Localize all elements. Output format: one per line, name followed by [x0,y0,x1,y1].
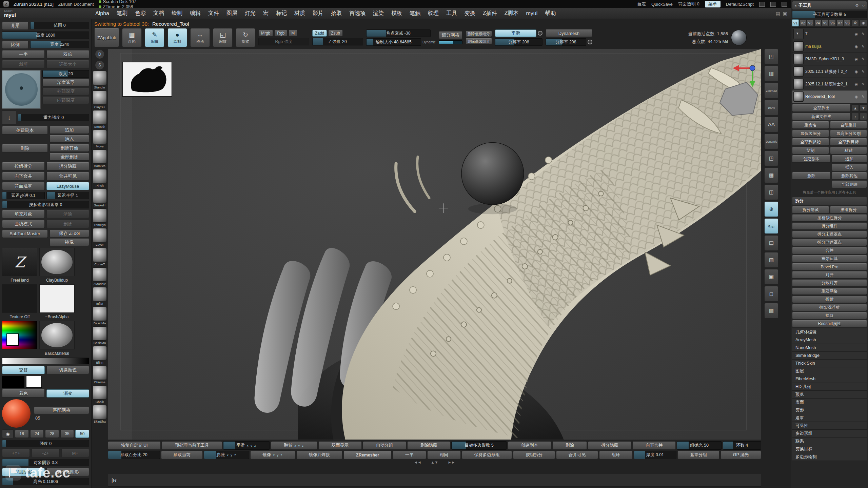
bottom-shelf-button[interactable]: 平滑x y z [223,441,270,450]
bottom-shelf-button[interactable]: 膨胀x y z [204,451,249,459]
menu-item[interactable]: 笔触 [406,8,424,19]
half-button[interactable]: 一半 [2,50,45,59]
dynamesh-toggle-icon[interactable] [588,40,592,44]
viewport-canvas[interactable] [108,49,761,440]
menu-item[interactable]: 宏 [259,8,272,19]
disabled-axis-button[interactable]: -Z+ [32,449,59,457]
switch-color-button[interactable]: 切换颜色 [46,366,89,374]
split-list-button[interactable]: Redshift属性 [792,320,867,327]
size-preset-button[interactable]: 50 [75,430,89,438]
gear-icon[interactable]: ⚙ [855,3,859,8]
bottom-shelf-button[interactable]: 保持多边形组x y z [462,451,512,459]
viewport-toggle-button[interactable]: ◫ [764,184,778,200]
brush-slot[interactable]: ZModele [93,267,107,286]
move-down-icon[interactable]: ▼ [860,104,867,111]
duplicate-button[interactable]: 创建副本 [2,126,48,135]
brush-slot[interactable]: DamSta [93,149,107,168]
quick-toggle-button[interactable]: S [95,60,104,70]
inner-depth-button[interactable]: 内部深度 [42,97,89,104]
brush-slot[interactable]: Smooth [93,110,107,128]
view-slot-button[interactable]: V2 [800,19,806,26]
bottom-shelf-button[interactable]: GP 抛光x y z [721,451,761,459]
insert-button[interactable]: 插入 [50,135,89,143]
palette-section-row[interactable]: FiberMesh [792,375,867,383]
menu-toggle-button[interactable]: 菜单 [705,1,721,7]
menu-item[interactable]: 拾取 [327,8,346,19]
view-slot-button[interactable]: V8 [844,19,851,26]
view-slot-button[interactable]: V3 [807,19,814,26]
brush-slot[interactable]: SnakeH [93,189,107,207]
sdiv-level-slider[interactable] [439,40,462,44]
menu-item[interactable]: Z脚本 [501,8,522,19]
split-list-button[interactable]: Bevel Pro [792,263,867,270]
polypaint-brush-icon[interactable]: ✎ [861,82,866,86]
smooth-toggle-icon[interactable] [538,31,542,36]
menu-item[interactable]: 标记 [272,8,291,19]
bottom-shelf-button[interactable]: 删除x y z [552,441,587,450]
bottom-shelf-button[interactable]: 镜像并焊接x y z [296,451,342,459]
viewport-toggle-button[interactable]: ▣ [764,269,778,285]
bottom-shelf-button[interactable]: 合并可见x y z [556,451,598,459]
subtool-row[interactable]: Recovered_Tool ◉ ✎ [792,90,867,103]
brush-slot[interactable]: BasicMa [93,307,107,325]
palette-section-row[interactable]: 联系 [792,438,867,445]
split-section-header[interactable]: 拆分 [792,197,867,205]
view-slot-button[interactable]: V1 [792,19,799,26]
bottom-shelf-button[interactable]: 镜像x y z [250,451,295,459]
user-name[interactable]: myui [4,13,92,18]
polypaint-brush-icon[interactable]: ✎ [861,32,866,36]
edit-mode-button[interactable]: ✎ 编辑 [145,28,164,47]
menu-item[interactable]: 编辑 [186,8,204,19]
merge-down-button[interactable]: 向下合并 [2,172,45,180]
subtool-row[interactable]: ma kuijia ◉ ✎ [792,40,867,53]
brush-slot[interactable]: Layer [93,228,107,246]
subtool-row[interactable]: 2025.12.1 贴膜骑士2_4 ◉ ✎ [792,65,867,78]
polypaint-brush-icon[interactable]: ✎ [861,69,866,74]
bottom-shelf-button[interactable]: 翻转x y z [271,441,317,450]
current-material-sphere-icon[interactable] [731,30,747,45]
mask-by-polygroup-slider[interactable]: 按多边形组遮罩 0 [2,201,89,208]
list-all-button[interactable]: 全部列出 [792,104,851,112]
canvas-pager-control[interactable]: ◄◄ [414,460,421,464]
subtool-delete-button[interactable]: 删除 [792,172,831,180]
gradient-button[interactable]: 渐变 [46,389,89,398]
visibility-eye-icon[interactable]: ◉ [854,95,859,99]
menu-item[interactable]: myui [522,8,541,19]
fill-object-button[interactable]: 填充对象 [2,210,45,218]
visibility-eye-icon[interactable]: ◉ [854,82,859,86]
all-to-start-button[interactable]: 全部到起始 [792,138,829,146]
bottom-shelf-button[interactable]: 恢复自定义 UIx y z [108,441,161,450]
paste-button[interactable]: 粘贴 [830,147,867,154]
split-list-button[interactable]: 提取 [792,312,867,319]
palette-section-row[interactable]: 变形 [792,406,867,414]
range-slider[interactable]: 范围 0 [30,22,89,29]
viewport-toggle-button[interactable]: Gxyz [764,218,778,234]
highest-sdiv-button[interactable]: 最高细分级别 [830,130,867,137]
palette-section-row[interactable]: 多边形组 [792,430,867,438]
rgb-intensity-slider[interactable]: Rgb 强度 [258,38,309,45]
doc-height-slider[interactable]: 高度 1680 [2,32,89,39]
visibility-eye-icon[interactable]: ◉ [854,69,859,74]
rotate-mode-button[interactable]: ↻ 旋转 [236,28,255,47]
imbed-slider[interactable]: 嵌入 20 [42,70,89,78]
split-list-button[interactable]: 拆分未遮罩点 [792,231,867,238]
split-list-button[interactable]: 投射 [792,296,867,303]
lazy-radius-slider[interactable]: 延迟半径 1 [46,192,89,199]
menu-item[interactable]: 影片 [309,8,327,19]
viewport-toggle-button[interactable]: Dynamic [764,134,778,149]
size-preset-button[interactable]: 18 [15,430,29,438]
menu-item[interactable]: 工具 [442,8,461,19]
menu-item[interactable]: 文件 [204,8,223,19]
brush-slot[interactable]: TrimDyn [93,208,107,227]
bottom-shelf-button[interactable]: 相同x y z [427,451,461,459]
size-preset-button[interactable]: 35 [60,430,74,438]
rename-button[interactable]: 重命名 [792,121,829,129]
customize-label[interactable]: 自定 [637,1,646,7]
visibility-eye-icon[interactable]: ◉ [854,32,859,36]
move-mode-button[interactable]: ↔ 移动 [190,28,210,47]
polypaint-brush-icon[interactable]: ✎ [861,95,866,99]
brush-slot[interactable]: BasicMa [93,326,107,345]
viewport-toggle-button[interactable]: ◻ [764,286,778,302]
menu-item[interactable]: 图层 [223,8,241,19]
curve-mode-button[interactable]: 曲线模式 [2,220,45,228]
